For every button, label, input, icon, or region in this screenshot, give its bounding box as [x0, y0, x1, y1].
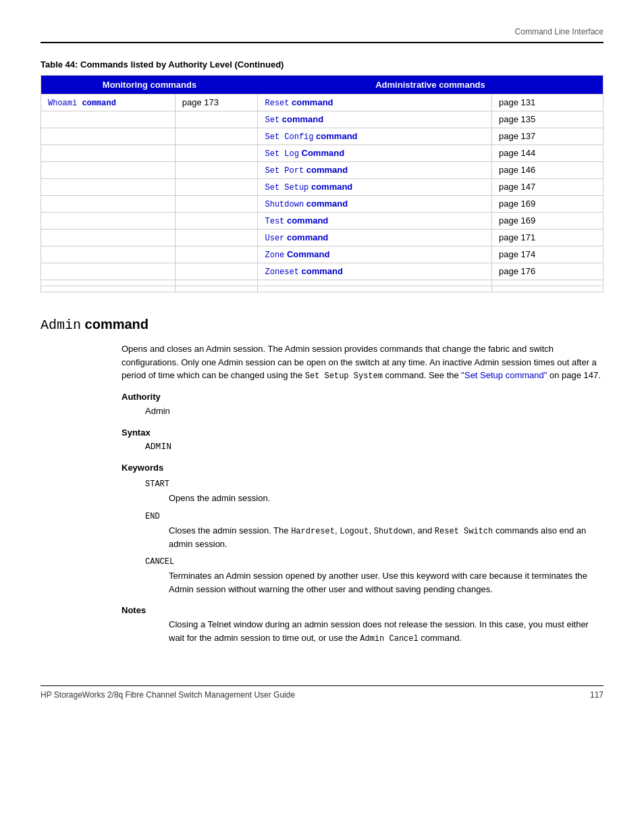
- admin-cmd-cell: [258, 280, 492, 286]
- monitor-page-cell: [175, 196, 258, 213]
- notes-text: Closing a Telnet window during an admin …: [169, 618, 603, 645]
- table-row: Set Log Commandpage 144: [41, 145, 603, 162]
- monitor-cmd-cell: [41, 213, 176, 230]
- admin-cmd-cell: [258, 286, 492, 292]
- kw2-inline2: Logout: [340, 527, 369, 536]
- intro-code: Set Setup System: [305, 371, 383, 381]
- syntax-label: Syntax: [122, 427, 603, 438]
- monitor-page-cell: [175, 145, 258, 162]
- monitor-cmd-cell: [41, 128, 176, 145]
- syntax-value: ADMIN: [145, 440, 603, 454]
- header-text: Command Line Interface: [515, 27, 603, 36]
- kw2-mid1: ,: [335, 525, 338, 536]
- table-row: [41, 280, 603, 286]
- admin-cmd-cell: Reset command: [258, 95, 492, 111]
- admin-page-cell: [492, 286, 603, 292]
- notes-suffix: command.: [421, 633, 462, 643]
- table-row: Set commandpage 135: [41, 111, 603, 128]
- admin-page-cell: page 137: [492, 128, 603, 145]
- authority-label: Authority: [122, 392, 603, 402]
- table-caption: Table 44: Commands listed by Authority L…: [41, 59, 603, 70]
- intro-suffix: command. See the: [385, 370, 459, 380]
- commands-table: Monitoring commands Administrative comma…: [41, 75, 603, 292]
- table-row: Shutdown commandpage 169: [41, 196, 603, 213]
- table-row: Set Setup commandpage 147: [41, 179, 603, 196]
- kw2-prefix: Closes the admin session. The: [169, 525, 289, 536]
- kw2-mid3: , and: [412, 525, 432, 536]
- monitor-page-cell: [175, 213, 258, 230]
- monitor-page-cell: [175, 111, 258, 128]
- admin-page-cell: page 135: [492, 111, 603, 128]
- table-row: Set Config commandpage 137: [41, 128, 603, 145]
- admin-cmd-cell: Set Log Command: [258, 145, 492, 162]
- admin-section-title: Admin command: [41, 317, 603, 333]
- kw2-inline4: Reset Switch: [435, 527, 493, 536]
- keyword-end: END: [145, 512, 603, 521]
- administrative-commands-header: Administrative commands: [258, 76, 603, 95]
- keyword-cancel-desc: Terminates an Admin session opened by an…: [169, 569, 603, 596]
- monitor-page-cell: [175, 230, 258, 246]
- admin-title-bold: command: [85, 317, 149, 332]
- admin-title-mono: Admin: [41, 317, 81, 333]
- monitor-page-cell: [175, 162, 258, 179]
- admin-cmd-cell: Test command: [258, 213, 492, 230]
- admin-cmd-cell: Zone Command: [258, 246, 492, 263]
- admin-page-cell: page 144: [492, 145, 603, 162]
- table-row: Test commandpage 169: [41, 213, 603, 230]
- table-row: Whoami commandpage 173Reset commandpage …: [41, 95, 603, 111]
- notes-label: Notes: [122, 605, 603, 615]
- admin-page-cell: page 174: [492, 246, 603, 263]
- monitor-page-cell: [175, 246, 258, 263]
- admin-page-cell: [492, 280, 603, 286]
- admin-page-cell: page 169: [492, 213, 603, 230]
- monitor-cmd-cell: [41, 111, 176, 128]
- table-row: Set Port commandpage 146: [41, 162, 603, 179]
- kw2-inline1: Hardreset: [291, 527, 335, 536]
- admin-page-cell: page 146: [492, 162, 603, 179]
- intro-link[interactable]: "Set Setup command": [461, 370, 547, 380]
- table-row: [41, 286, 603, 292]
- admin-cmd-cell: Set Setup command: [258, 179, 492, 196]
- monitor-page-cell: [175, 263, 258, 280]
- monitor-cmd-cell: [41, 263, 176, 280]
- admin-page-cell: page 176: [492, 263, 603, 280]
- authority-value: Admin: [145, 405, 603, 418]
- footer-rule: [41, 685, 603, 686]
- monitor-page-cell: [175, 179, 258, 196]
- footer-left: HP StorageWorks 2/8q Fibre Channel Switc…: [41, 690, 295, 700]
- table-row: Zoneset commandpage 176: [41, 263, 603, 280]
- monitor-cmd-cell: [41, 246, 176, 263]
- monitor-page-cell: page 173: [175, 95, 258, 111]
- admin-cmd-cell: User command: [258, 230, 492, 246]
- footer-right: 117: [590, 690, 603, 700]
- admin-cmd-cell: Shutdown command: [258, 196, 492, 213]
- admin-page-cell: page 147: [492, 179, 603, 196]
- kw2-mid2: ,: [369, 525, 371, 536]
- table-row: User commandpage 171: [41, 230, 603, 246]
- admin-page-cell: page 169: [492, 196, 603, 213]
- admin-intro: Opens and closes an Admin session. The A…: [122, 342, 603, 382]
- admin-page-cell: page 131: [492, 95, 603, 111]
- intro-link-suffix: on page 147.: [549, 370, 601, 380]
- table-row: Zone Commandpage 174: [41, 246, 603, 263]
- keyword-start: START: [145, 479, 603, 489]
- monitor-cmd-cell: [41, 280, 176, 286]
- kw2-inline3: Shutdown: [374, 527, 413, 536]
- admin-cmd-cell: Set command: [258, 111, 492, 128]
- monitor-cmd-cell: [41, 196, 176, 213]
- monitor-cmd-cell: [41, 162, 176, 179]
- monitoring-commands-header: Monitoring commands: [41, 76, 258, 95]
- admin-cmd-cell: Zoneset command: [258, 263, 492, 280]
- monitor-page-cell: [175, 280, 258, 286]
- admin-page-cell: page 171: [492, 230, 603, 246]
- notes-code: Admin Cancel: [360, 634, 418, 644]
- monitor-cmd-cell: Whoami command: [41, 95, 176, 111]
- monitor-cmd-cell: [41, 179, 176, 196]
- header-rule: [41, 42, 603, 43]
- keyword-cancel: CANCEL: [145, 557, 603, 567]
- keyword-end-desc: Closes the admin session. The Hardreset,…: [169, 524, 603, 551]
- monitor-cmd-cell: [41, 230, 176, 246]
- monitor-page-cell: [175, 286, 258, 292]
- keywords-label: Keywords: [122, 463, 603, 473]
- footer: HP StorageWorks 2/8q Fibre Channel Switc…: [41, 690, 603, 700]
